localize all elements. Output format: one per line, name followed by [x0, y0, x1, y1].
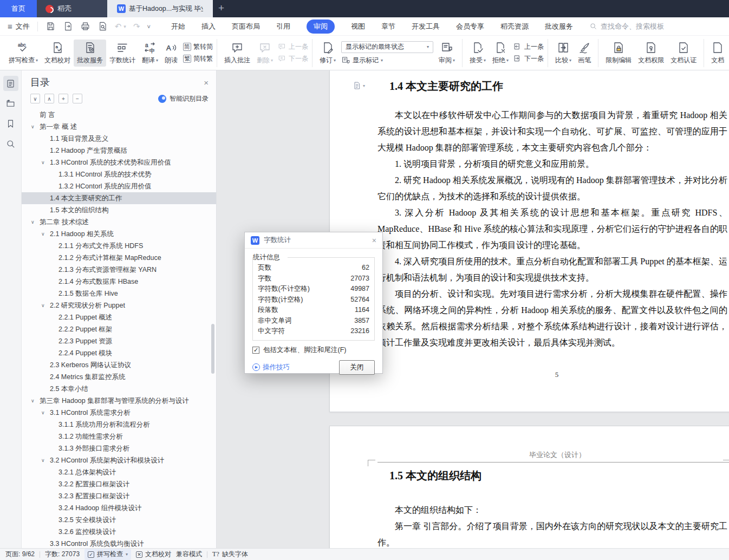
toc-item[interactable]: 1.3.2 HContorl 系统的应用价值 [22, 180, 216, 192]
next-comment-button[interactable]: 下一条 [277, 54, 308, 63]
toc-item[interactable]: 2.3 Kerberos 网络认证协议 [22, 359, 216, 371]
smart-toc-button[interactable]: 智能识别目录 [158, 94, 209, 103]
word-count-button[interactable]: 字数统计 [106, 40, 139, 67]
menu-item-9[interactable]: 稻壳资源 [500, 22, 529, 31]
collapse-level-button[interactable]: − [73, 94, 82, 103]
delete-comment-button[interactable]: 删除▾ [253, 40, 276, 67]
doc-certification-button[interactable]: 文档认证 [667, 40, 700, 67]
toc-chevron-icon[interactable]: ∨ [41, 299, 45, 311]
toc-item[interactable]: 2.2.3 Puppet 资源 [22, 335, 216, 347]
compare-button[interactable]: 比较▾ [552, 40, 575, 67]
ink-pen-button[interactable]: 画笔 [575, 40, 594, 67]
next-change-button[interactable]: 下一条 [513, 54, 544, 63]
insert-comment-button[interactable]: 插入批注 [221, 40, 253, 67]
dialog-titlebar[interactable]: W 字数统计 × [245, 232, 382, 249]
document-page-1[interactable]: ▾ 1.4 本文主要研究的工作 本文以在中移软件研发中心工作期间参与的大数据项目… [329, 70, 729, 412]
toc-item[interactable]: 2.1.5 数据仓库 Hive [22, 288, 216, 299]
status-word-count[interactable]: 字数: 27073 [45, 550, 80, 559]
menu-item-7[interactable]: 开发工具 [412, 22, 440, 31]
file-menu[interactable]: ≡ 文件 [0, 22, 35, 31]
toc-item[interactable]: ∨3.1 HControl 系统需求分析 [22, 407, 216, 419]
restrict-editing-button[interactable]: 限制编辑 [602, 40, 635, 67]
toc-item[interactable]: 3.2.2 配置接口框架设计 [22, 478, 216, 490]
menu-item-4[interactable]: 审阅 [307, 19, 335, 34]
toc-item[interactable]: 3.2.3 配置接口框架设计 [22, 490, 216, 502]
accept-change-button[interactable]: 接受▾ [466, 40, 489, 67]
menu-item-5[interactable]: 视图 [351, 22, 365, 31]
collapse-all-button[interactable]: ∧ [44, 94, 54, 103]
tab-docer[interactable]: 稻壳 [37, 0, 107, 17]
toc-item[interactable]: ∨第三章 Hadoop 集群部署与管理系统的分析与设计 [22, 395, 216, 407]
status-compat-mode[interactable]: 兼容模式 [176, 550, 202, 559]
bookmark-pane-button[interactable] [3, 116, 18, 131]
undo-dropdown-icon[interactable]: ▾ [123, 24, 126, 29]
toolbar-collapse-icon[interactable]: ˅ [147, 23, 150, 30]
toc-chevron-icon[interactable]: ∨ [41, 407, 45, 419]
tab-document[interactable]: W 基于Hadoop...与实现 毕业论 [107, 0, 213, 17]
toc-close-icon[interactable]: × [204, 78, 209, 87]
toc-item[interactable]: 3.2.4 Hadoop 组件模块设计 [22, 502, 216, 514]
command-search[interactable]: 查找命令、搜索模板 [589, 22, 664, 31]
reject-change-button[interactable]: 拒绝▾ [489, 40, 512, 67]
undo-icon[interactable]: ↶ [115, 22, 122, 31]
export-icon[interactable] [63, 21, 73, 31]
track-changes-button[interactable]: 修订▾ [316, 40, 339, 67]
toc-item[interactable]: 2.2.1 Puppet 概述 [22, 311, 216, 323]
menu-item-10[interactable]: 批改服务 [545, 22, 573, 31]
status-spell-check[interactable]: ✓ 拼写检查 ▾ [84, 549, 131, 560]
markup-state-select[interactable]: 显示标记的最终状态▾ [341, 41, 433, 53]
toc-chevron-icon[interactable]: ∨ [31, 395, 35, 407]
simplified-to-traditional-button[interactable]: 繁简转繁 [183, 54, 213, 63]
dialog-close-icon[interactable]: × [372, 236, 376, 245]
toc-item[interactable]: 2.1.3 分布式资源管理框架 YARN [22, 264, 216, 276]
toc-item[interactable]: 1.3.1 HControl 系统的技术优势 [22, 168, 216, 180]
doc-proof-button[interactable]: a 文档校对 [41, 40, 74, 67]
show-markup-button[interactable]: 显示标记▾ [341, 56, 433, 65]
menu-item-3[interactable]: 引用 [276, 22, 290, 31]
toc-item[interactable]: 3.2.1 总体架构设计 [22, 466, 216, 478]
menu-item-0[interactable]: 开始 [171, 22, 185, 31]
prev-comment-button[interactable]: 上一条 [277, 42, 308, 51]
toc-item[interactable]: ∨3.2 HControl 系统架构设计和模块设计 [22, 454, 216, 466]
toc-chevron-icon[interactable]: ∨ [41, 454, 45, 466]
correction-service-button[interactable]: 批改服务 [74, 40, 106, 67]
status-doc-proof[interactable]: ✕ 文档校对 [136, 550, 171, 559]
expand-all-button[interactable]: ∨ [30, 94, 40, 103]
toc-item[interactable]: 3.1.2 功能性需求分析 [22, 431, 216, 442]
toc-item[interactable]: 2.5 本章小结 [22, 383, 216, 395]
new-tab-button[interactable]: + [218, 1, 224, 15]
close-button[interactable]: 关闭 [339, 360, 375, 375]
toc-item[interactable]: 3.1.3 外部接口需求分析 [22, 442, 216, 454]
toc-scrollbar[interactable] [211, 324, 214, 374]
toc-item[interactable]: 1.1 项目背景及意义 [22, 133, 216, 145]
menu-item-2[interactable]: 页面布局 [232, 22, 260, 31]
toc-item[interactable]: 1.5 本文的组织结构 [22, 204, 216, 216]
traditional-to-simplified-button[interactable]: 简繁转简 [183, 42, 213, 51]
search-pane-button[interactable] [3, 136, 18, 151]
toc-item[interactable]: 2.1.4 分布式数据库 HBase [22, 276, 216, 288]
tab-home[interactable]: 首页 [0, 0, 37, 17]
toc-item[interactable]: 2.2.4 Puppet 模块 [22, 347, 216, 359]
toc-item[interactable]: 前 言 [22, 109, 216, 121]
doc-permission-button[interactable]: 文档权限 [635, 40, 667, 67]
toc-item[interactable]: 2.1.1 分布式文件系统 HDFS [22, 240, 216, 252]
prev-change-button[interactable]: 上一条 [513, 42, 544, 51]
clipped-button[interactable]: 文档 [708, 40, 727, 67]
toc-item[interactable]: 2.4 Metrics 集群监控系统 [22, 371, 216, 383]
menu-item-1[interactable]: 插入 [201, 22, 216, 31]
page-settings-button[interactable]: ▾ [353, 81, 365, 90]
redo-icon[interactable]: ↷ [133, 22, 140, 31]
menu-item-8[interactable]: 会员专享 [456, 22, 484, 31]
toc-item[interactable]: ∨第一章 概 述 [22, 121, 216, 133]
status-page-indicator[interactable]: 页面: 9/62 [5, 550, 35, 559]
save-icon[interactable] [45, 21, 56, 31]
toc-item[interactable]: 1.2 Hadoop 产生背景概括 [22, 145, 216, 157]
toc-item[interactable]: 3.2.6 监控模块设计 [22, 526, 216, 538]
menu-item-6[interactable]: 章节 [381, 22, 395, 31]
translate-button[interactable]: a中 翻译▾ [139, 40, 161, 67]
spell-check-button[interactable]: abc 拼写检查▾ [5, 40, 41, 67]
toc-item[interactable]: ∨1.3 HControl 系统的技术优势和应用价值 [22, 157, 216, 168]
toc-item[interactable]: 3.2.5 安全模块设计 [22, 514, 216, 526]
checkbox-checked-icon[interactable]: ✓ [252, 347, 259, 354]
tips-link[interactable]: ▶ 操作技巧 [252, 363, 290, 372]
